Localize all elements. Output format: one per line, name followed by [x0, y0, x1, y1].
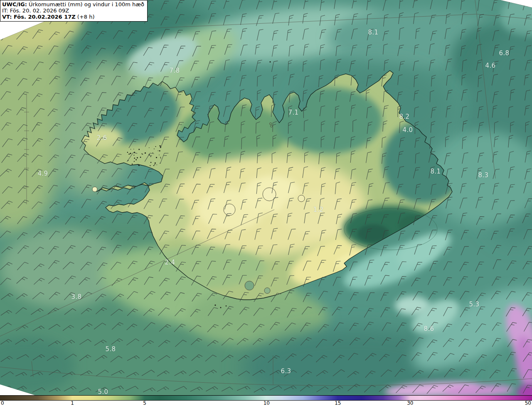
- islet-dot: [153, 152, 153, 153]
- valid-time-line: VT: Fös. 20.02.2026 17Z (+8 h): [2, 14, 144, 20]
- islet-dot: [135, 159, 137, 160]
- islet-dot: [138, 164, 139, 165]
- islet-dot: [160, 146, 161, 147]
- islet-dot: [156, 157, 157, 158]
- islet-dot: [157, 164, 158, 165]
- valid-time: VT: Fös. 20.02.2026 17Z: [2, 14, 76, 20]
- islet-dot: [270, 61, 271, 63]
- islet-dot: [159, 155, 159, 155]
- weather-map-screen: 8.16.84.67.87.18.24.02.64.98.18.31.22.43…: [0, 0, 532, 406]
- islet-dot: [149, 147, 150, 148]
- islet-dot: [159, 150, 160, 152]
- islet-dot: [137, 157, 138, 158]
- islet-dot: [128, 154, 130, 155]
- colorbar-tick-label: 10: [264, 401, 270, 406]
- colorbar-tick-label: 0: [1, 401, 4, 406]
- islet-dot: [150, 165, 150, 166]
- islet-dot: [145, 152, 146, 154]
- islet-dot: [150, 156, 151, 157]
- islet-dot: [160, 158, 161, 159]
- init-time-line: IT: Fös. 20. 02. 2026 09Z: [2, 7, 144, 14]
- islet-dot: [131, 149, 131, 150]
- islet-dot: [155, 146, 156, 147]
- islet-dot: [134, 161, 135, 162]
- islet-dot: [150, 162, 151, 163]
- map-canvas: [0, 0, 532, 395]
- islet-dot: [154, 149, 155, 149]
- title-box: UWC/IG: Úrkomumætti (mm) og vindur i 100…: [0, 0, 148, 22]
- model-subtitle: Úrkomumætti (mm) og vindur i 100m hæð: [27, 1, 144, 7]
- colorbar-tick-label: 30: [407, 401, 413, 406]
- islet-dot: [154, 164, 155, 165]
- colorbar-tick-label: 50: [525, 401, 531, 406]
- colorbar-tick-labels: 01510153050: [0, 401, 532, 406]
- colorbar-tick-label: 1: [71, 401, 74, 406]
- islet-dot: [141, 153, 142, 154]
- model-title-line: UWC/IG: Úrkomumætti (mm) og vindur i 100…: [2, 1, 144, 7]
- colorbar: 01510153050: [0, 395, 532, 406]
- islet-dot: [226, 306, 227, 307]
- model-name: UWC/IG:: [2, 1, 27, 7]
- islet-dot: [127, 152, 128, 153]
- colorbar-tick-label: 5: [143, 401, 146, 406]
- islet-dot: [133, 155, 134, 156]
- islet-dot: [134, 158, 135, 159]
- islet-dot: [160, 157, 161, 158]
- islet-dot: [220, 307, 222, 308]
- islet-dot: [142, 154, 143, 155]
- islet-dot: [138, 149, 140, 150]
- islet-dot: [133, 149, 134, 150]
- islet-dot: [214, 304, 216, 306]
- islet-dot: [140, 157, 141, 158]
- islet-dot: [130, 153, 131, 154]
- islet-dot: [158, 151, 159, 152]
- islet-dot: [153, 165, 154, 166]
- islet-dot: [132, 164, 133, 164]
- valid-offset: (+8 h): [76, 14, 95, 20]
- colorbar-tick-label: 15: [335, 401, 341, 406]
- islet-dot: [155, 162, 156, 164]
